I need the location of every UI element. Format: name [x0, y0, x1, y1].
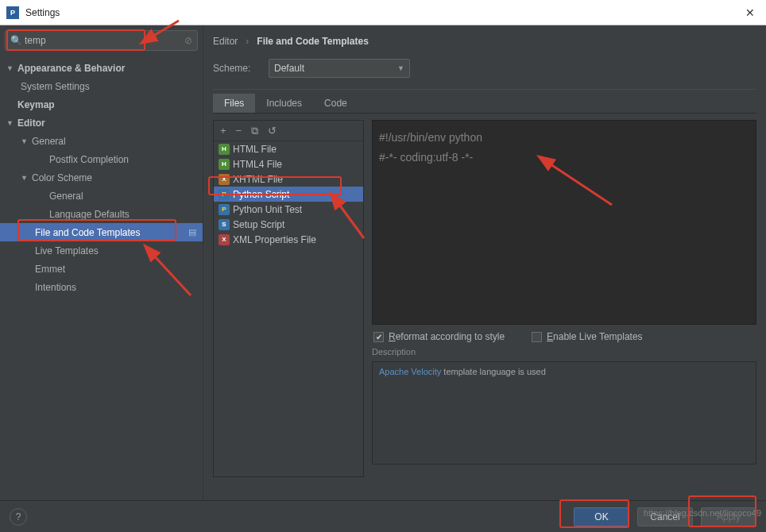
template-label: XML Properties File [233, 234, 316, 245]
template-label: XHTML File [233, 174, 283, 185]
template-list: HHTML File HHTML4 File XXHTML File PPyth… [214, 141, 363, 476]
tab-label: Includes [266, 98, 302, 109]
tab-label: Code [324, 98, 347, 109]
tree-emmet[interactable]: Emmet [0, 260, 203, 278]
search-icon: 🔍 [10, 35, 22, 46]
tree-label: File and Code Templates [35, 227, 141, 238]
template-tabs: Files Includes Code [213, 94, 756, 114]
template-toolbar: + − ⧉ ↺ [214, 121, 363, 141]
app-icon: P [6, 6, 19, 19]
panes: + − ⧉ ↺ HHTML File HHTML4 File XXHTML Fi… [213, 120, 756, 477]
chevron-down-icon: ▼ [397, 64, 404, 72]
search-box[interactable]: 🔍 ⊘ [5, 30, 198, 51]
tree-label: Color Scheme [32, 172, 92, 183]
scheme-dropdown[interactable]: Default ▼ [269, 59, 410, 78]
template-item[interactable]: PPython Unit Test [214, 202, 363, 217]
tree-appearance-behavior[interactable]: ▼Appearance & Behavior [0, 59, 203, 77]
tree-label: Language Defaults [49, 209, 130, 220]
template-label: Setup Script [233, 219, 284, 230]
description-box: Apache Velocity template language is use… [372, 361, 756, 465]
apache-velocity-link[interactable]: Apache Velocity [379, 367, 441, 376]
sidebar: 🔍 ⊘ ▼Appearance & Behavior System Settin… [0, 25, 203, 500]
button-label: OK [594, 511, 608, 522]
tree-label: Intentions [35, 282, 76, 293]
tree-label: Postfix Completion [49, 154, 129, 165]
reformat-label: Reformat according to style [389, 331, 505, 342]
copy-template-icon[interactable]: ⧉ [251, 125, 258, 137]
template-item[interactable]: HHTML4 File [214, 156, 363, 172]
editor-options: Reformat according to style Enable Live … [372, 325, 756, 345]
template-item[interactable]: XXHTML File [214, 172, 363, 187]
tree-keymap[interactable]: Keymap [0, 95, 203, 114]
clear-search-icon[interactable]: ⊘ [184, 35, 192, 46]
tree-system-settings[interactable]: System Settings [0, 77, 203, 95]
scheme-label: Scheme: [213, 63, 257, 74]
template-label: Python Unit Test [233, 204, 302, 215]
reformat-checkbox[interactable]: Reformat according to style [373, 331, 505, 342]
tab-code[interactable]: Code [313, 94, 358, 113]
file-icon: P [219, 204, 230, 215]
editor-line: #!/usr/bin/env python [379, 131, 482, 144]
file-icon: H [219, 144, 230, 155]
live-label: Enable Live Templates [547, 331, 643, 342]
tree-language-defaults[interactable]: Language Defaults [0, 205, 203, 223]
tab-includes[interactable]: Includes [255, 94, 313, 113]
template-item[interactable]: XXML Properties File [214, 232, 363, 247]
search-wrap: 🔍 ⊘ [0, 25, 203, 56]
editor-line: #-*- coding:utf-8 -*- [379, 151, 473, 164]
tree-file-code-templates[interactable]: File and Code Templates▤ [0, 223, 203, 241]
enable-live-templates-checkbox[interactable]: Enable Live Templates [532, 331, 643, 342]
tree-cs-general[interactable]: General [0, 187, 203, 205]
template-label: HTML File [233, 144, 277, 155]
crumb-current: File and Code Templates [257, 36, 368, 47]
template-item[interactable]: HHTML File [214, 141, 363, 156]
settings-tree: ▼Appearance & Behavior System Settings K… [0, 56, 203, 500]
main-area: 🔍 ⊘ ▼Appearance & Behavior System Settin… [0, 25, 766, 500]
tree-editor[interactable]: ▼Editor [0, 114, 203, 132]
search-input[interactable] [25, 35, 184, 46]
template-label: Python Script [233, 189, 289, 200]
remove-template-icon[interactable]: − [236, 125, 242, 137]
checkbox-icon [373, 332, 384, 342]
tree-general[interactable]: ▼General [0, 132, 203, 150]
tree-label: Emmet [35, 264, 65, 275]
scheme-value: Default [274, 63, 304, 74]
file-icon: H [219, 159, 230, 170]
close-icon[interactable]: ✕ [741, 6, 760, 19]
crumb-editor[interactable]: Editor [213, 36, 238, 47]
tree-color-scheme[interactable]: ▼Color Scheme [0, 168, 203, 187]
template-editor[interactable]: #!/usr/bin/env python #-*- coding:utf-8 … [372, 120, 756, 325]
add-template-icon[interactable]: + [220, 125, 226, 137]
tree-live-templates[interactable]: Live Templates [0, 241, 203, 260]
ok-button[interactable]: OK [574, 507, 629, 526]
window-title: Settings [25, 7, 741, 18]
button-label: Apply [717, 511, 741, 522]
tree-label: Keymap [17, 99, 55, 110]
tree-label: General [49, 191, 83, 202]
tree-label: General [32, 136, 66, 147]
template-label: HTML4 File [233, 159, 282, 170]
template-item[interactable]: SSetup Script [214, 217, 363, 232]
tab-label: Files [224, 98, 244, 109]
help-button[interactable]: ? [10, 508, 27, 526]
project-scope-icon: ▤ [188, 227, 196, 237]
file-icon: P [219, 189, 230, 200]
tree-intentions[interactable]: Intentions [0, 278, 203, 296]
tab-files[interactable]: Files [213, 94, 255, 113]
revert-template-icon[interactable]: ↺ [268, 125, 277, 137]
tree-label: Appearance & Behavior [17, 63, 125, 74]
template-item-python-script[interactable]: PPython Script [214, 187, 363, 202]
chevron-right-icon: › [246, 36, 249, 47]
button-label: Cancel [650, 511, 679, 522]
cancel-button[interactable]: Cancel [637, 507, 693, 526]
breadcrumb: Editor › File and Code Templates [213, 33, 756, 49]
description-label: Description [372, 347, 756, 357]
divider [213, 89, 756, 90]
apply-button[interactable]: Apply [701, 507, 756, 526]
editor-column: #!/usr/bin/env python #-*- coding:utf-8 … [372, 120, 756, 477]
template-panel: + − ⧉ ↺ HHTML File HHTML4 File XXHTML Fi… [213, 120, 364, 477]
checkbox-icon [532, 332, 542, 342]
description-text: template language is used [441, 367, 545, 376]
tree-postfix-completion[interactable]: Postfix Completion [0, 150, 203, 168]
titlebar: P Settings ✕ [0, 0, 766, 25]
